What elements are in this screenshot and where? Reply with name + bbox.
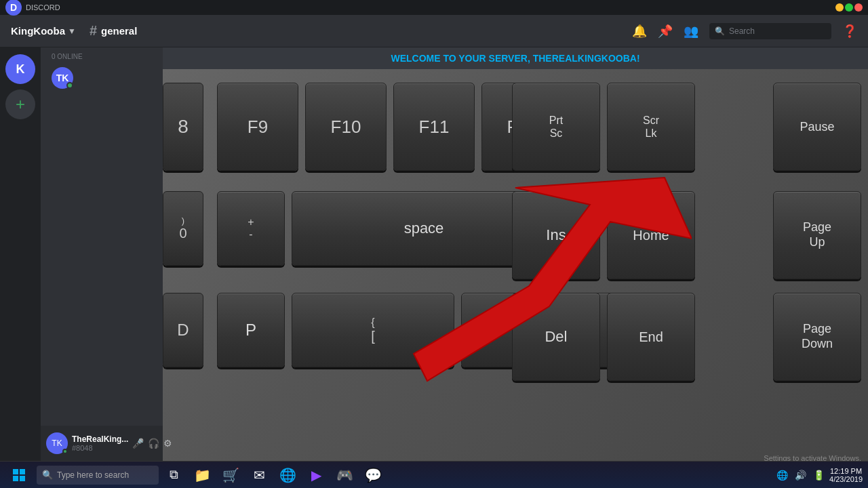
title-bar-left: D DISCORD	[5, 0, 60, 16]
settings-icon[interactable]: ⚙	[163, 438, 172, 449]
top-bar: KingKooba ▼ # general 🔔 📌 👥 🔍 Search ❓	[0, 15, 868, 47]
windows-taskbar: 🔍 Type here to search ⧉ 📁 🛒 ✉ 🌐 ▶ 🎮 💬 🌐 …	[0, 461, 868, 488]
key-pause[interactable]: Pause	[773, 83, 861, 171]
taskbar-store-icon[interactable]: 🛒	[217, 462, 244, 489]
task-view-button[interactable]: ⧉	[160, 462, 187, 489]
deafen-icon[interactable]: 🎧	[148, 438, 159, 449]
taskbar-steam-icon[interactable]: 🎮	[331, 462, 358, 489]
keyboard-background: 8 F9 F10 F11 F12 PrtSc ScrLk Pause	[163, 69, 868, 468]
server-icon[interactable]: K	[5, 54, 35, 84]
taskbar-search-placeholder: Type here to search	[57, 470, 129, 480]
members-icon[interactable]: 👥	[684, 24, 698, 39]
search-icon: 🔍	[715, 26, 725, 36]
channel-hash-symbol: #	[90, 23, 97, 39]
taskbar-search-icon: 🔍	[42, 470, 53, 480]
discord-logo: D	[5, 0, 22, 16]
channel-info: # general	[90, 23, 137, 39]
key-pageup[interactable]: PageUp	[773, 191, 861, 279]
taskbar-left: 🔍 Type here to search ⧉ 📁 🛒 ✉ 🌐 ▶ 🎮 💬	[0, 462, 389, 489]
online-count: 0 ONLINE	[41, 47, 163, 63]
windows-logo-icon	[13, 469, 25, 481]
main-area: K + 0 ONLINE TK WELCOME TO YOUR SERVER, …	[0, 47, 868, 488]
taskbar-explorer-icon[interactable]: 📁	[189, 462, 216, 489]
top-bar-right: 🔔 📌 👥 🔍 Search ❓	[632, 23, 857, 39]
system-banner: WELCOME TO YOUR SERVER, THEREALKINGKOOBA…	[163, 47, 868, 69]
pin-icon[interactable]: 📌	[658, 24, 673, 39]
mute-icon[interactable]: 🎤	[132, 438, 144, 449]
server-name-text: KingKooba	[11, 25, 65, 37]
svg-rect-3	[13, 476, 18, 481]
taskbar-mail-icon[interactable]: ✉	[245, 462, 273, 489]
taskbar-chrome-icon[interactable]: 🌐	[274, 462, 301, 489]
key-f9[interactable]: F9	[217, 83, 298, 171]
red-arrow-annotation	[298, 171, 692, 388]
key-zero-partial: ) 0	[163, 191, 203, 266]
key-d-partial: D	[163, 293, 203, 367]
user-info-text: TheRealKing... #8048	[72, 434, 128, 452]
server-sidebar: K +	[0, 47, 41, 488]
volume-tray-icon[interactable]: 🔊	[793, 470, 808, 481]
key-f11[interactable]: F11	[393, 83, 475, 171]
key-p[interactable]: P	[217, 293, 285, 367]
taskbar-twitch-icon[interactable]: ▶	[302, 462, 330, 489]
svg-rect-2	[20, 469, 25, 474]
server-dropdown-icon[interactable]: ▼	[68, 26, 76, 36]
channel-name: general	[101, 25, 137, 37]
user-status-dot	[62, 449, 68, 454]
key-minus[interactable]: + -	[217, 191, 285, 266]
minimize-button[interactable]	[835, 3, 844, 12]
taskbar-clock[interactable]: 12:19 PM 4/23/2019	[829, 467, 863, 483]
bell-icon[interactable]: 🔔	[632, 24, 647, 39]
title-bar-controls	[835, 3, 863, 12]
svg-marker-0	[414, 178, 692, 381]
network-tray-icon[interactable]: 🌐	[774, 470, 790, 481]
user-controls: 🎤 🎧 ⚙	[132, 438, 172, 449]
svg-rect-1	[13, 469, 18, 474]
battery-tray-icon[interactable]: 🔋	[811, 470, 827, 481]
status-indicator	[66, 82, 73, 89]
svg-rect-4	[20, 476, 25, 481]
key-f8-partial: 8	[163, 83, 203, 171]
discord-app: KingKooba ▼ # general 🔔 📌 👥 🔍 Search ❓ K…	[0, 15, 868, 488]
title-bar-title: DISCORD	[26, 3, 60, 12]
username-display: TheRealKing...	[72, 434, 128, 444]
key-pagedown[interactable]: PageDown	[773, 293, 861, 381]
server-name[interactable]: KingKooba ▼	[11, 25, 76, 37]
user-avatar-wrap: TK	[52, 67, 73, 89]
add-server-button[interactable]: +	[5, 89, 35, 119]
keyboard-display: 8 F9 F10 F11 F12 PrtSc ScrLk Pause	[163, 69, 868, 468]
close-button[interactable]	[854, 3, 863, 12]
key-scrlk[interactable]: ScrLk	[607, 83, 695, 171]
search-placeholder: Search	[729, 26, 755, 36]
user-info-bar: TK TheRealKing... #8048 🎤 🎧 ⚙	[41, 426, 163, 461]
channel-area: 0 ONLINE TK	[41, 47, 163, 488]
user-discriminator: #8048	[72, 444, 128, 452]
taskbar-date: 4/23/2019	[829, 475, 863, 483]
key-f10[interactable]: F10	[305, 83, 387, 171]
taskbar-discord-icon[interactable]: 💬	[359, 462, 387, 489]
chat-area: WELCOME TO YOUR SERVER, THEREALKINGKOOBA…	[163, 47, 868, 488]
maximize-button[interactable]	[845, 3, 853, 12]
help-icon[interactable]: ❓	[842, 24, 857, 39]
user-entry[interactable]: TK	[41, 63, 163, 93]
taskbar-right: 🌐 🔊 🔋 12:19 PM 4/23/2019	[769, 467, 868, 483]
taskbar-search[interactable]: 🔍 Type here to search	[37, 466, 159, 485]
key-prtsc[interactable]: PrtSc	[512, 83, 600, 171]
taskbar-time: 12:19 PM	[829, 467, 863, 475]
search-bar[interactable]: 🔍 Search	[709, 23, 831, 39]
start-button[interactable]	[3, 462, 35, 489]
title-bar: D DISCORD	[0, 0, 868, 15]
